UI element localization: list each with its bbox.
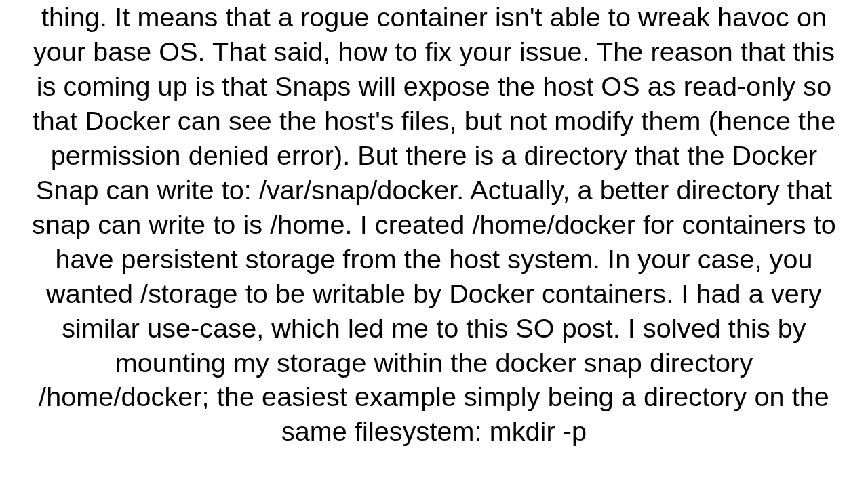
answer-body-text: thing. It means that a rogue container i…	[0, 0, 868, 488]
